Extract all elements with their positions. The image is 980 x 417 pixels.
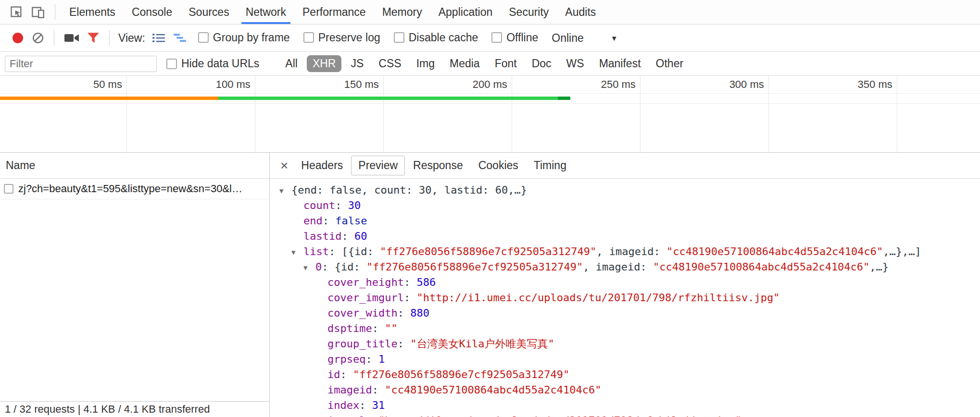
filter-pill-doc[interactable]: Doc: [526, 55, 557, 72]
json-token-plain: ,…}: [869, 261, 889, 273]
group-by-frame-label: Group by frame: [213, 31, 290, 44]
view-label: View:: [118, 32, 145, 45]
timeline-tick-label: 300 ms: [729, 78, 768, 91]
json-token-string: "台湾美女Kila户外唯美写真": [410, 338, 554, 350]
hide-data-urls-label: Hide data URLs: [181, 57, 259, 70]
preview-line: ▼list: [{id: "ff276e8056f58896e7cf92505a…: [270, 244, 980, 259]
filter-icon[interactable]: [83, 32, 103, 44]
filter-pill-media[interactable]: Media: [444, 55, 486, 72]
tab-elements[interactable]: Elements: [61, 0, 124, 24]
name-column-header[interactable]: Name: [0, 153, 269, 179]
filter-pill-css[interactable]: CSS: [373, 55, 407, 72]
tab-audits[interactable]: Audits: [557, 0, 604, 24]
preview-line: imgurl: "http://i1.umei.cc/uploads/tu/20…: [270, 413, 980, 417]
overview-loading-bar: [218, 97, 570, 100]
main-tabbar: ElementsConsoleSourcesNetworkPerformance…: [0, 0, 980, 25]
json-token-plain: :: [398, 307, 411, 319]
json-token-name: grpseq: [327, 353, 365, 365]
json-token-plain: , imageid:: [583, 261, 653, 273]
tab-memory[interactable]: Memory: [374, 0, 430, 24]
json-token-plain: :: [404, 292, 417, 304]
preview-line: id: "ff276e8056f58896e7cf92505a312749": [270, 367, 980, 382]
device-toolbar-icon[interactable]: [27, 5, 49, 19]
request-checkbox[interactable]: [4, 184, 13, 194]
filter-pill-manifest[interactable]: Manifest: [593, 55, 647, 72]
filter-pill-img[interactable]: Img: [411, 55, 440, 72]
json-token-number: 880: [410, 307, 429, 319]
preserve-log-checkbox[interactable]: [303, 32, 314, 43]
throttling-dropdown[interactable]: Online ▼: [552, 32, 617, 45]
overview-view-icon[interactable]: [169, 33, 190, 43]
json-token-string: "": [385, 322, 398, 334]
checkbox-group-by-frame[interactable]: Group by frame: [198, 31, 290, 44]
checkbox-disable-cache[interactable]: Disable cache: [394, 31, 478, 44]
filter-pill-other[interactable]: Other: [650, 55, 690, 72]
preview-line: cover_width: 880: [270, 306, 980, 321]
devtools-window: ElementsConsoleSourcesNetworkPerformance…: [0, 0, 980, 417]
offline-checkbox[interactable]: [491, 32, 502, 43]
inspect-element-icon[interactable]: [6, 5, 27, 19]
timeline-tick-label: 250 ms: [601, 78, 640, 91]
json-token-name: index: [327, 399, 359, 411]
overview-loading-bar: [558, 97, 570, 100]
filter-pill-xhr[interactable]: XHR: [307, 55, 342, 72]
throttling-value: Online: [552, 32, 583, 45]
filter-input[interactable]: [5, 56, 157, 72]
checkbox-offline[interactable]: Offline: [491, 31, 538, 44]
detail-tab-response[interactable]: Response: [406, 156, 470, 175]
checkbox-hide-data-urls[interactable]: Hide data URLs: [166, 57, 259, 70]
disclosure-arrow-icon[interactable]: ▼: [279, 183, 291, 198]
close-icon[interactable]: ×: [275, 159, 294, 172]
preserve-log-label: Preserve log: [318, 31, 380, 44]
detail-tab-timing[interactable]: Timing: [527, 156, 574, 175]
json-token-plain: : [{id:: [329, 245, 380, 258]
detail-tab-cookies[interactable]: Cookies: [471, 156, 526, 175]
checkbox-preserve-log[interactable]: Preserve log: [303, 31, 380, 44]
list-view-icon[interactable]: [148, 33, 169, 43]
timeline-tick-label: 150 ms: [344, 78, 383, 91]
record-button[interactable]: [13, 33, 23, 43]
preview-line: index: 31: [270, 398, 980, 413]
overview-strip[interactable]: [0, 94, 980, 104]
request-row[interactable]: zj?ch=beauty&t1=595&listtype=new&sn=30&l…: [0, 179, 269, 199]
preview-line: cover_height: 586: [270, 275, 980, 290]
json-token-name: count: [303, 199, 335, 211]
filter-pill-js[interactable]: JS: [345, 55, 369, 72]
requests-summary: 1 / 32 requests | 4.1 KB / 4.1 KB transf…: [5, 403, 210, 416]
timeline-tick-label: 50 ms: [93, 78, 126, 91]
tab-sources[interactable]: Sources: [180, 0, 237, 24]
tab-network[interactable]: Network: [238, 0, 294, 24]
tab-console[interactable]: Console: [124, 0, 180, 24]
tab-performance[interactable]: Performance: [294, 0, 374, 24]
json-token-plain: {end: false, count: 30, lastid: 60,…}: [291, 184, 527, 196]
filter-pill-font[interactable]: Font: [489, 55, 523, 72]
disable-cache-label: Disable cache: [409, 31, 478, 44]
json-token-number: 31: [372, 399, 385, 411]
disable-cache-checkbox[interactable]: [394, 32, 404, 43]
json-token-plain: :: [365, 353, 378, 365]
preview-line: count: 30: [270, 198, 980, 213]
tab-security[interactable]: Security: [501, 0, 557, 24]
json-token-name: group_title: [327, 338, 398, 350]
filter-pill-ws[interactable]: WS: [561, 55, 590, 72]
disclosure-arrow-icon[interactable]: ▼: [303, 260, 315, 275]
preview-line: end: false: [270, 213, 980, 229]
detail-tab-headers[interactable]: Headers: [294, 156, 350, 175]
clear-button[interactable]: [28, 32, 48, 44]
request-list: zj?ch=beauty&t1=595&listtype=new&sn=30&l…: [0, 179, 269, 199]
toolbar-checkboxes: Group by framePreserve logDisable cacheO…: [198, 31, 552, 45]
json-token-name: 0: [315, 261, 322, 273]
tab-application[interactable]: Application: [430, 0, 501, 24]
screenshot-capture-icon[interactable]: [60, 32, 83, 44]
json-token-name: cover_imgurl: [327, 292, 404, 304]
json-token-string: "ff276e8056f58896e7cf92505a312749": [366, 261, 583, 273]
group-by-frame-checkbox[interactable]: [198, 32, 209, 43]
detail-tab-preview[interactable]: Preview: [351, 156, 405, 175]
disclosure-arrow-icon[interactable]: ▼: [291, 245, 303, 260]
json-token-plain: , imageid:: [596, 245, 666, 258]
preview-line: ▼0: {id: "ff276e8056f58896e7cf92505a3127…: [270, 259, 980, 275]
hide-data-urls-checkbox[interactable]: [166, 59, 177, 69]
json-token-name: list: [303, 245, 329, 258]
filter-pill-all[interactable]: All: [279, 55, 303, 72]
json-token-boolean: false: [335, 215, 367, 227]
